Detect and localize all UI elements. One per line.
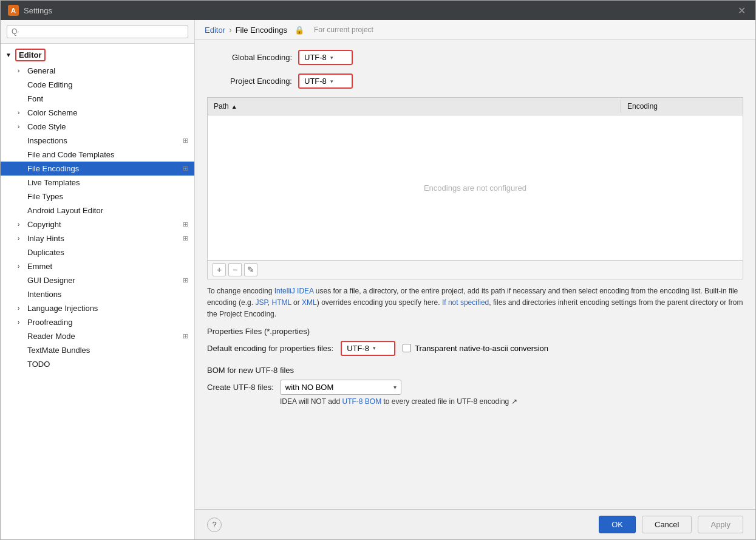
title-bar-left: A Settings [8,5,52,16]
tree-container: ▼ Editor › General Code Editing Font › [1,44,194,539]
close-button[interactable]: ✕ [735,5,748,16]
sidebar-item-file-types[interactable]: File Types [1,190,194,203]
sidebar-item-android-layout-editor[interactable]: Android Layout Editor [1,203,194,217]
sidebar-item-label: General [27,66,55,75]
content-area: Editor › File Encodings 🔒 For current pr… [195,20,755,539]
props-encoding-value: UTF-8 [347,344,369,353]
project-encoding-row: Project Encoding: UTF-8 ▾ [207,73,743,89]
chevron-right-icon: › [18,235,25,242]
chevron-right-icon: › [18,319,25,326]
table-header: Path ▲ Encoding [208,98,743,115]
bom-select-wrapper: with NO BOM with BOM ▾ [280,380,401,395]
properties-section-title: Properties Files (*.properties) [207,327,743,336]
sidebar-item-label: Emmet [27,262,52,271]
props-encoding-label: Default encoding for properties files: [207,344,333,353]
sidebar-item-todo[interactable]: TODO [1,357,194,371]
sidebar-item-label: Live Templates [27,178,80,187]
search-input[interactable] [7,25,188,38]
sidebar-item-live-templates[interactable]: Live Templates [1,176,194,190]
for-current-project-link[interactable]: For current project [314,26,373,34]
settings-icon: ⊞ [183,234,188,242]
bottom-bar: ? OK Cancel Apply [195,509,755,539]
global-encoding-select[interactable]: UTF-8 ▾ [298,50,353,65]
breadcrumb-current: File Encodings [236,26,287,35]
sidebar-item-label: Proofreading [27,318,72,327]
lock-icon: 🔒 [295,26,304,35]
sidebar-item-file-code-templates[interactable]: File and Code Templates [1,148,194,162]
add-encoding-button[interactable]: + [213,263,226,276]
ok-button[interactable]: OK [599,516,636,533]
sidebar-item-proofreading[interactable]: › Proofreading [1,315,194,329]
dialog-action-buttons: OK Cancel Apply [599,516,743,533]
sidebar-item-label: Intentions [27,290,61,299]
help-button[interactable]: ? [207,518,222,532]
breadcrumb-parent[interactable]: Editor [205,26,225,35]
properties-encoding-row: Default encoding for properties files: U… [207,341,743,356]
global-encoding-row: Global Encoding: UTF-8 ▾ [207,50,743,65]
global-encoding-value: UTF-8 [304,53,327,62]
transparent-conversion-checkbox[interactable] [403,344,411,352]
sidebar-item-reader-mode[interactable]: Reader Mode ⊞ [1,329,194,343]
global-encoding-label: Global Encoding: [207,53,292,62]
sidebar-item-intentions[interactable]: Intentions [1,287,194,301]
sidebar-item-label: Color Scheme [27,108,77,117]
sidebar-item-gui-designer[interactable]: GUI Designer ⊞ [1,273,194,287]
encodings-table: Path ▲ Encoding Encodings are not config… [207,97,743,279]
editor-label: Editor [15,49,46,61]
bom-select[interactable]: with NO BOM with BOM [280,380,401,395]
bom-note: IDEA will NOT add UTF-8 BOM to every cre… [280,397,743,406]
intellij-link[interactable]: IntelliJ IDEA [274,287,314,295]
xml-link[interactable]: XML [302,298,317,307]
breadcrumb-separator: › [229,25,232,35]
sidebar-item-label: TextMate Bundles [27,346,90,355]
sidebar-item-general[interactable]: › General [1,64,194,78]
settings-icon: ⊞ [183,332,188,340]
sidebar-item-color-scheme[interactable]: › Color Scheme [1,106,194,120]
sidebar-item-label: Language Injections [27,304,98,313]
encodings-panel: Global Encoding: UTF-8 ▾ Project Encodin… [195,40,755,509]
project-encoding-select[interactable]: UTF-8 ▾ [298,73,353,89]
properties-encoding-select[interactable]: UTF-8 ▾ [341,341,395,356]
chevron-right-icon: › [18,221,25,228]
settings-icon: ⊞ [183,220,188,228]
dropdown-arrow-icon: ▾ [330,78,333,84]
sidebar-item-textmate-bundles[interactable]: TextMate Bundles [1,343,194,357]
utf8-bom-link[interactable]: UTF-8 BOM [342,397,381,406]
transparent-conversion-label: Transparent native-to-ascii conversion [415,344,548,353]
sidebar-item-inlay-hints[interactable]: › Inlay Hints ⊞ [1,231,194,245]
properties-section: Properties Files (*.properties) Default … [207,327,743,360]
sort-asc-icon: ▲ [231,103,237,110]
cancel-button[interactable]: Cancel [642,516,692,533]
sidebar-item-copyright[interactable]: › Copyright ⊞ [1,217,194,231]
sidebar-item-font[interactable]: Font [1,92,194,106]
create-utf8-label: Create UTF-8 files: [207,383,274,392]
sidebar-item-emmet[interactable]: › Emmet [1,259,194,273]
breadcrumb: Editor › File Encodings 🔒 For current pr… [195,20,755,40]
html-link[interactable]: HTML [272,298,291,307]
encoding-column-header[interactable]: Encoding [621,100,743,112]
sidebar-item-code-style[interactable]: › Code Style [1,120,194,134]
sidebar-item-duplicates[interactable]: Duplicates [1,245,194,259]
edit-encoding-button[interactable]: ✎ [244,263,257,276]
dropdown-arrow-icon: ▾ [330,55,333,61]
transparent-conversion-row: Transparent native-to-ascii conversion [403,344,548,353]
remove-encoding-button[interactable]: − [228,263,242,276]
main-content: ▼ Editor › General Code Editing Font › [1,20,755,539]
apply-button[interactable]: Apply [698,516,743,533]
sidebar-item-code-editing[interactable]: Code Editing [1,78,194,92]
chevron-right-icon: › [18,305,25,312]
path-column-header[interactable]: Path ▲ [208,100,621,112]
sidebar-item-file-encodings[interactable]: File Encodings ⊞ [1,162,194,176]
sidebar-item-editor[interactable]: ▼ Editor [1,46,194,64]
project-encoding-value: UTF-8 [304,77,327,86]
sidebar-item-language-injections[interactable]: › Language Injections [1,301,194,315]
not-specified-link[interactable]: If not specified [442,298,489,307]
app-icon: A [8,5,19,16]
jsp-link[interactable]: JSP [255,298,267,307]
chevron-right-icon: › [18,109,25,116]
bom-section: BOM for new UTF-8 files Create UTF-8 fil… [207,366,743,406]
sidebar-item-label: Code Style [27,122,66,131]
sidebar-item-inspections[interactable]: Inspections ⊞ [1,134,194,148]
settings-icon: ⊞ [183,276,188,284]
sidebar-item-label: TODO [27,360,50,369]
